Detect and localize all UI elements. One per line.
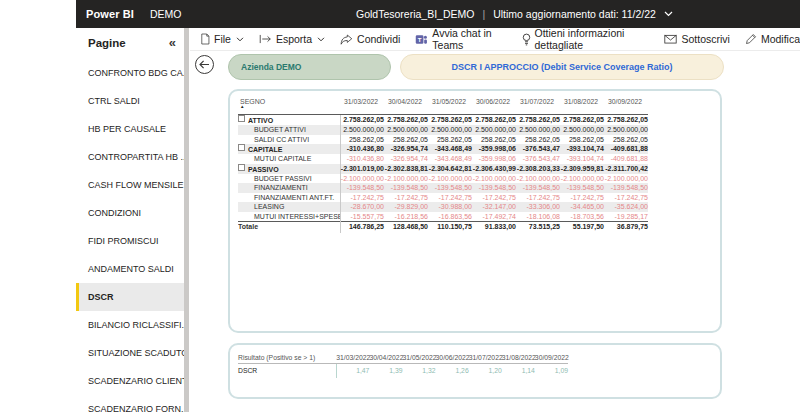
cell-value: -139.548,50 — [340, 183, 384, 193]
row-label[interactable]: ATTIVO — [238, 115, 340, 126]
sidebar-item-fidi-promiscui[interactable]: FIDI PROMISCUI — [76, 227, 184, 255]
matrix-column-header[interactable]: 31/03/2022 — [340, 96, 384, 115]
row-label[interactable]: DSCR — [238, 364, 336, 379]
row-label[interactable]: MUTUI INTERESSI+SPESE — [238, 212, 340, 222]
sidebar-item-scadenzario-forn[interactable]: SCADENZARIO FORN... — [76, 395, 184, 412]
matrix-column-header[interactable]: 30/04/2022 — [384, 96, 428, 115]
dscr-column-header[interactable]: 30/04/2022 — [369, 351, 402, 364]
matrix-column-header[interactable]: 30/06/2022 — [472, 96, 516, 115]
toolbar-item-pencil[interactable]: Modifica — [745, 33, 800, 45]
company-slicer[interactable]: Azienda DEMO — [228, 54, 391, 80]
toolbar-item-envelope[interactable]: Sottoscrivi — [664, 33, 729, 45]
collapse-icon[interactable] — [238, 164, 245, 171]
cell-value: -376.543,47 — [516, 154, 560, 164]
row-label[interactable]: FINANZIAMENTI — [238, 183, 340, 193]
toolbar-item-teams[interactable]: TAvvia chat in Teams — [415, 27, 506, 51]
cell-value: -17.242,75 — [428, 193, 472, 203]
cell-value: -139.548,50 — [472, 183, 516, 193]
top-bar: Power BI DEMO GoldTesoreria_BI_DEMO | Ul… — [76, 0, 800, 28]
cell-value: -310.436,80 — [340, 154, 384, 164]
table-row: ATTIVO2.758.262,052.758.262,052.758.262,… — [238, 115, 648, 126]
toolbar-item-file[interactable]: File — [200, 33, 244, 45]
cell-value: -30.988,00 — [428, 202, 472, 212]
row-label[interactable]: SALDI CC ATTIVI — [238, 135, 340, 145]
cell-value: 2.500.000,00 — [560, 125, 604, 135]
svg-text:T: T — [418, 35, 422, 42]
cell-value: 2.500.000,00 — [340, 125, 384, 135]
cell-value: -393.104,74 — [560, 144, 604, 154]
sidebar-item-ctrl-saldi[interactable]: CTRL SALDI — [76, 87, 184, 115]
table-row: BUDGET PASSIVI-2.100.000,00-2.100.000,00… — [238, 174, 648, 184]
dscr-value: 1,47 — [336, 364, 369, 379]
cell-value: 2.500.000,00 — [516, 125, 560, 135]
sidebar-item-contropartita-hb[interactable]: CONTROPARTITA HB ... — [76, 143, 184, 171]
sidebar-item-cash-flow-mensile[interactable]: CASH FLOW MENSILE — [76, 171, 184, 199]
sidebar-item-bilancio-riclassifi[interactable]: BILANCIO RICLASSIFI... — [76, 311, 184, 339]
lightbulb-icon — [522, 33, 531, 46]
dscr-column-header[interactable]: 30/09/2022 — [535, 351, 568, 364]
export-icon — [259, 34, 272, 44]
chevron-down-icon[interactable] — [664, 11, 673, 17]
matrix-column-header[interactable]: 31/05/2022 — [428, 96, 472, 115]
sidebar-item-scadenzario-clienti[interactable]: SCADENZARIO CLIENTI — [76, 367, 184, 395]
sidebar-item-situazione-scaduto[interactable]: SITUAZIONE SCADUTO — [76, 339, 184, 367]
dscr-column-header[interactable]: 31/07/2022 — [469, 351, 502, 364]
cell-value: -32.147,00 — [472, 202, 516, 212]
row-label[interactable]: LEASING — [238, 202, 340, 212]
action-bar: FileEsportaCondividiTAvvia chat in Teams… — [190, 28, 800, 51]
matrix-column-header[interactable]: 30/09/2022 — [604, 96, 648, 115]
sidebar-item-confronto-bdg-ca[interactable]: CONFRONTO BDG CA... — [76, 59, 184, 87]
toolbar-item-share[interactable]: Condividi — [340, 33, 400, 45]
back-button[interactable] — [195, 55, 214, 74]
cell-value: 2.758.262,05 — [384, 115, 428, 126]
cell-value: -17.242,75 — [472, 193, 516, 203]
cell-value: -18.703,56 — [560, 212, 604, 222]
cell-value: 2.758.262,05 — [604, 115, 648, 126]
toolbar-item-export[interactable]: Esporta — [259, 33, 325, 45]
matrix-corner-header[interactable]: SEGNO▲ — [238, 96, 340, 115]
sidebar-item-label: SCADENZARIO FORN... — [88, 404, 184, 412]
cell-value: -17.242,75 — [604, 193, 648, 203]
row-label[interactable]: FINANZIAMENTI ANT.FT. — [238, 193, 340, 203]
matrix-header-row: SEGNO▲31/03/202230/04/202231/05/202230/0… — [238, 96, 648, 115]
dscr-value: 1,14 — [502, 364, 535, 379]
row-label[interactable]: PASSIVO — [238, 164, 340, 174]
sidebar-item-condizioni[interactable]: CONDIZIONI — [76, 199, 184, 227]
table-row: MUTUI CAPITALE-310.436,80-326.954,74-343… — [238, 154, 648, 164]
sidebar-scrollbar[interactable] — [184, 28, 189, 412]
cell-value: 2.758.262,05 — [560, 115, 604, 126]
matrix-column-header[interactable]: 31/07/2022 — [516, 96, 560, 115]
sidebar-item-andamento-saldi[interactable]: ANDAMENTO SALDI — [76, 255, 184, 283]
report-area: FileEsportaCondividiTAvvia chat in Teams… — [190, 28, 800, 412]
cell-value: -409.681,88 — [604, 144, 648, 154]
toolbar-item-lightbulb[interactable]: Ottieni informazioni dettagliate — [522, 27, 650, 51]
dscr-column-header[interactable]: 31/08/2022 — [502, 351, 535, 364]
row-label[interactable]: BUDGET ATTIVI — [238, 125, 340, 135]
collapse-icon[interactable] — [238, 144, 245, 151]
cell-value: -359.998,06 — [472, 144, 516, 154]
dscr-value: 1,32 — [402, 364, 435, 379]
dscr-matrix-table: SEGNO▲31/03/202230/04/202231/05/202230/0… — [238, 96, 648, 233]
row-label[interactable]: MUTUI CAPITALE — [238, 154, 340, 164]
cell-value: -28.670,00 — [340, 202, 384, 212]
sidebar-item-hb-per-causale[interactable]: HB PER CAUSALE — [76, 115, 184, 143]
row-label[interactable]: BUDGET PASSIVI — [238, 174, 340, 184]
dscr-column-header[interactable]: 31/03/2022 — [336, 351, 369, 364]
row-label[interactable]: CAPITALE — [238, 144, 340, 154]
cell-value: -139.548,50 — [560, 183, 604, 193]
dscr-corner-header[interactable]: Risultato (Positivo se > 1) — [238, 351, 336, 364]
left-arrow-icon — [199, 60, 210, 69]
dscr-column-header[interactable]: 30/06/2022 — [436, 351, 469, 364]
table-row: PASSIVO-2.301.019,00-2.302.838,81-2.304.… — [238, 164, 648, 174]
last-update-label[interactable]: Ultimo aggiornamento dati: 11/2/22 — [493, 8, 656, 20]
collapse-icon[interactable] — [238, 115, 245, 122]
dscr-value: 1,39 — [369, 364, 402, 379]
cell-value: -2.302.838,81 — [384, 164, 428, 174]
dscr-column-header[interactable]: 31/05/2022 — [402, 351, 435, 364]
collapse-pane-icon[interactable]: « — [169, 38, 176, 48]
cell-value: 2.758.262,05 — [472, 115, 516, 126]
power-bi-window: Power BI DEMO GoldTesoreria_BI_DEMO | Ul… — [0, 0, 800, 412]
sidebar-item-dscr[interactable]: DSCR — [76, 283, 184, 311]
matrix-column-header[interactable]: 31/08/2022 — [560, 96, 604, 115]
cell-value: -18.106,08 — [516, 212, 560, 222]
